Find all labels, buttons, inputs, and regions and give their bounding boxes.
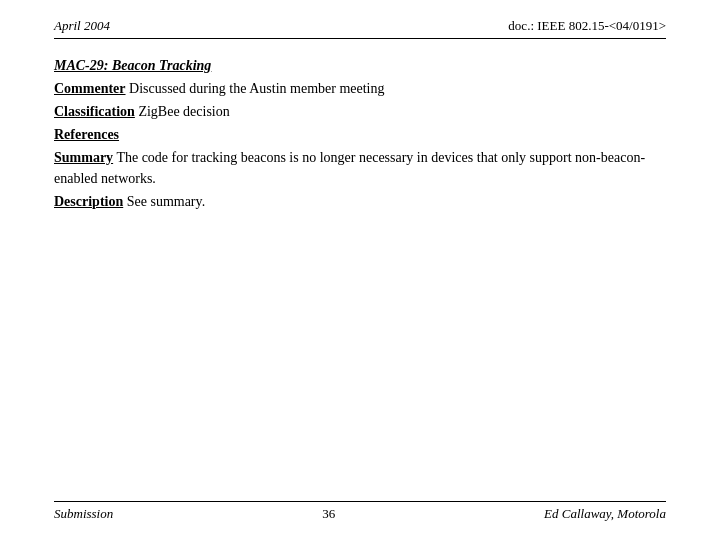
footer-page-number: 36 [322, 506, 335, 522]
summary-label: Summary [54, 150, 113, 165]
commenter-field: Commenter Discussed during the Austin me… [54, 78, 666, 99]
page: April 2004 doc.: IEEE 802.15-<04/0191> M… [0, 0, 720, 540]
commenter-label: Commenter [54, 81, 126, 96]
page-footer: Submission 36 Ed Callaway, Motorola [54, 501, 666, 522]
document-title: MAC-29: Beacon Tracking [54, 55, 666, 76]
main-content: MAC-29: Beacon Tracking Commenter Discus… [54, 55, 666, 501]
page-header: April 2004 doc.: IEEE 802.15-<04/0191> [54, 18, 666, 39]
header-date: April 2004 [54, 18, 110, 34]
footer-author: Ed Callaway, Motorola [544, 506, 666, 522]
classification-field: Classification ZigBee decision [54, 101, 666, 122]
description-value: See summary. [127, 194, 205, 209]
header-doc-id: doc.: IEEE 802.15-<04/0191> [508, 18, 666, 34]
footer-submission: Submission [54, 506, 113, 522]
summary-field: Summary The code for tracking beacons is… [54, 147, 666, 189]
description-field: Description See summary. [54, 191, 666, 212]
classification-label: Classification [54, 104, 135, 119]
summary-value: The code for tracking beacons is no long… [54, 150, 645, 186]
description-label: Description [54, 194, 123, 209]
references-field: References [54, 124, 666, 145]
classification-value: ZigBee decision [138, 104, 229, 119]
commenter-value: Discussed during the Austin member meeti… [129, 81, 384, 96]
